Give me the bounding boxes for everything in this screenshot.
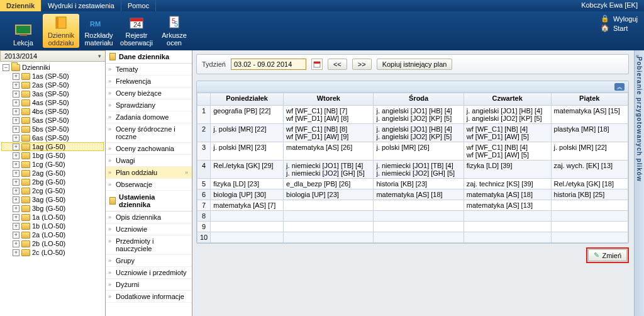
start-link[interactable]: 🏠 Start <box>601 23 638 33</box>
nav-item[interactable]: »Dodatkowe informacje <box>106 291 192 303</box>
plan-cell[interactable] <box>551 211 628 222</box>
plan-cell[interactable] <box>464 222 551 232</box>
plan-cell[interactable]: j. niemiecki [JO1] [TB] [4]j. niemiecki … <box>374 161 464 179</box>
plan-cell[interactable]: fizyka [LD] [23] <box>211 179 284 189</box>
tree-item[interactable]: +4as (SP-50) <box>1 98 104 107</box>
plan-cell[interactable] <box>284 232 374 243</box>
expand-icon[interactable]: + <box>13 188 19 195</box>
ribbon-dziennik-oddzialu[interactable]: Dziennik oddziału <box>43 14 79 48</box>
nav-item[interactable]: »Tematy <box>106 64 192 76</box>
expand-icon[interactable]: + <box>13 126 19 133</box>
nav-item[interactable]: »Uwagi <box>106 155 192 167</box>
change-button[interactable]: ✎ Zmień <box>588 249 627 261</box>
plan-cell[interactable]: Rel./etyka [GK] [18] <box>551 179 628 189</box>
nav-item[interactable]: »Sprawdziany <box>106 99 192 111</box>
plan-cell[interactable]: j. angielski [JO1] [HB] [4]j. angielski … <box>464 106 551 124</box>
expand-icon[interactable]: + <box>13 223 19 230</box>
plan-cell[interactable] <box>284 200 374 211</box>
expand-icon[interactable]: + <box>13 214 19 221</box>
plan-cell[interactable]: matematyka [AS] [26] <box>284 142 374 161</box>
logout-link[interactable]: 🔒 Wyloguj <box>601 14 638 23</box>
plan-cell[interactable]: wf [WF_C1] [NB] [8]wf [WF_D1] [AW] [9] <box>284 124 374 142</box>
plan-cell[interactable]: Rel./etyka [GK] [29] <box>211 161 284 179</box>
nav-item[interactable]: »Oceny zachowania <box>106 143 192 155</box>
nav-item[interactable]: »Zadania domowe <box>106 111 192 123</box>
plan-cell[interactable] <box>211 232 284 243</box>
tree-item[interactable]: +6as (SP-50) <box>1 133 104 142</box>
plan-cell[interactable]: j. angielski [JO1] [HB] [4]j. angielski … <box>374 124 464 142</box>
plan-cell[interactable]: j. polski [MR] [23] <box>211 142 284 161</box>
plan-cell[interactable]: zaj. wych. [EK] [13] <box>551 161 628 179</box>
plan-cell[interactable]: wf [WF_C1] [NB] [4]wf [WF_D1] [AW] [5] <box>464 124 551 142</box>
plan-cell[interactable] <box>211 222 284 232</box>
expand-icon[interactable]: + <box>13 161 19 168</box>
nav-item[interactable]: »Plan oddziału» <box>106 167 192 179</box>
nav-item[interactable]: »Dyżurni <box>106 279 192 291</box>
tree-root[interactable]: −Dzienniki <box>1 63 104 72</box>
tree-item[interactable]: +1cg (G-50) <box>1 160 104 169</box>
expand-icon[interactable]: + <box>13 82 19 89</box>
tree-item[interactable]: +1ag (G-50) <box>1 142 104 151</box>
plan-cell[interactable]: matematyka [AS] [15] <box>551 106 628 124</box>
expand-icon[interactable]: + <box>13 232 19 239</box>
tree-item[interactable]: +1a (LO-50) <box>1 213 104 222</box>
plan-cell[interactable] <box>374 200 464 211</box>
tree-item[interactable]: +1b (LO-50) <box>1 222 104 230</box>
plan-cell[interactable]: geografia [PB] [22] <box>211 106 284 124</box>
nav-item[interactable]: »Grupy <box>106 255 192 267</box>
prev-week-button[interactable]: << <box>328 59 347 70</box>
expand-icon[interactable]: + <box>13 170 19 177</box>
tree-item[interactable]: +4bs (SP-50) <box>1 107 104 116</box>
plan-cell[interactable]: j. polski [MR] [22] <box>211 124 284 142</box>
nav-item[interactable]: »Uczniowie <box>106 223 192 235</box>
menu-tab-wydruki[interactable]: Wydruki i zestawienia <box>42 0 121 11</box>
tree-item[interactable]: +2cg (G-50) <box>1 186 104 195</box>
tree-item[interactable]: +5bs (SP-50) <box>1 125 104 133</box>
plan-cell[interactable]: plastyka [MR] [18] <box>551 124 628 142</box>
plan-cell[interactable]: matematyka [AS] [18] <box>464 189 551 200</box>
ribbon-rejestr[interactable]: 24 Rejestr obserwacji <box>118 14 155 48</box>
next-week-button[interactable]: >> <box>352 59 372 70</box>
nav-item[interactable]: »Oceny śródroczne i roczne <box>106 123 192 143</box>
expand-icon[interactable]: + <box>13 196 19 203</box>
expand-icon[interactable]: + <box>13 108 19 115</box>
expand-icon[interactable]: + <box>13 135 19 142</box>
menu-tab-dziennik[interactable]: Dziennik <box>0 0 42 11</box>
year-selector[interactable]: 2013/2014 <box>0 50 105 62</box>
plan-cell[interactable] <box>374 222 464 232</box>
collapse-icon[interactable]: − <box>3 64 9 71</box>
nav-item[interactable]: »Uczniowie i przedmioty <box>106 267 192 279</box>
tree-item[interactable]: +1bg (G-50) <box>1 151 104 160</box>
plan-cell[interactable] <box>211 211 284 222</box>
expand-icon[interactable]: + <box>13 99 19 106</box>
plan-cell[interactable]: matematyka [AS] [18] <box>374 189 464 200</box>
plan-cell[interactable]: biologia [UP] [30] <box>211 189 284 200</box>
tree-item[interactable]: +2bg (G-50) <box>1 178 104 186</box>
nav-item[interactable]: »Obserwacje <box>106 179 192 191</box>
plan-cell[interactable] <box>284 211 374 222</box>
plan-cell[interactable] <box>551 232 628 243</box>
tree-item[interactable]: +3ag (G-50) <box>1 195 104 204</box>
tree-item[interactable]: +5as (SP-50) <box>1 116 104 125</box>
plan-cell[interactable]: j. polski [MR] [22] <box>551 142 628 161</box>
plan-cell[interactable] <box>551 222 628 232</box>
tree-item[interactable]: +2as (SP-50) <box>1 81 104 89</box>
plan-cell[interactable]: matematyka [AS] [7] <box>211 200 284 211</box>
menu-tab-pomoc[interactable]: Pomoc <box>121 0 156 11</box>
nav-item[interactable]: »Oceny bieżące <box>106 87 192 99</box>
copy-plan-button[interactable]: Kopiuj istniejący plan <box>377 59 453 70</box>
calendar-picker-icon[interactable] <box>311 59 323 70</box>
tree-item[interactable]: +3bg (G-50) <box>1 204 104 213</box>
expand-icon[interactable]: + <box>13 205 19 212</box>
tree-item[interactable]: +1as (SP-50) <box>1 72 104 81</box>
plan-cell[interactable]: historia [KB] [23] <box>374 179 464 189</box>
plan-cell[interactable]: j. niemiecki [JO1] [TB] [4]j. niemiecki … <box>284 161 374 179</box>
nav-item[interactable]: »Frekwencja <box>106 76 192 87</box>
plan-cell[interactable]: historia [KB] [25] <box>551 189 628 200</box>
ribbon-rozklady[interactable]: RM Rozkłady materiału <box>80 14 117 48</box>
expand-icon[interactable]: + <box>13 144 19 150</box>
tree-item[interactable]: +3as (SP-50) <box>1 89 104 98</box>
plan-cell[interactable]: matematyka [AS] [13] <box>464 200 551 211</box>
plan-cell[interactable]: wf [WF_C1] [NB] [7]wf [WF_D1] [AW] [8] <box>284 106 374 124</box>
plan-cell[interactable] <box>551 200 628 211</box>
